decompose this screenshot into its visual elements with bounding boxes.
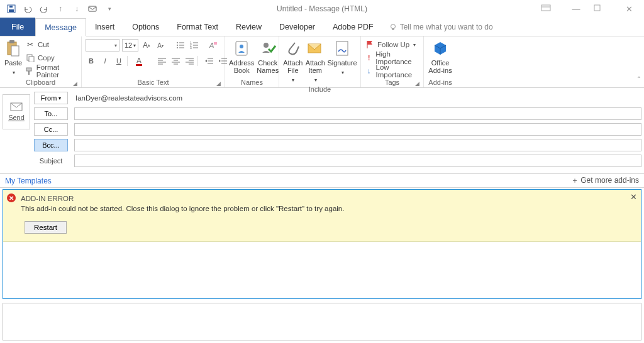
- decrease-indent-icon[interactable]: [204, 55, 215, 67]
- cc-button[interactable]: Cc...: [34, 123, 68, 136]
- high-importance-button[interactable]: !High Importance: [365, 52, 419, 63]
- redo-icon[interactable]: [38, 3, 50, 15]
- group-clipboard: Paste ✂Cut Copy Format Painter Clipboard…: [0, 36, 82, 87]
- get-more-addins-link[interactable]: ＋ Get more add-ins: [571, 175, 639, 186]
- cut-button[interactable]: ✂Cut: [25, 39, 77, 50]
- tab-adobe-pdf[interactable]: Adobe PDF: [324, 18, 382, 36]
- lightbulb-icon: [389, 23, 397, 31]
- undo-icon[interactable]: [21, 3, 34, 15]
- bcc-button[interactable]: Bcc...: [34, 139, 68, 151]
- to-button[interactable]: To...: [34, 107, 68, 120]
- group-label-basic-text: Basic Text◢: [86, 77, 221, 87]
- message-body[interactable]: [3, 303, 641, 340]
- svg-rect-29: [214, 42, 217, 45]
- dialog-launcher-icon[interactable]: ◢: [216, 80, 221, 87]
- align-right-icon[interactable]: [184, 55, 195, 67]
- quick-access-toolbar: ↑ ↓ ▾: [0, 3, 116, 15]
- save-icon[interactable]: [5, 3, 18, 15]
- svg-text:A: A: [209, 41, 214, 49]
- tab-options[interactable]: Options: [123, 18, 168, 36]
- dialog-launcher-icon[interactable]: ◢: [73, 80, 77, 87]
- group-label-tags: Tags◢: [365, 77, 419, 87]
- address-book-icon: [232, 39, 251, 58]
- tab-message[interactable]: Message: [35, 18, 86, 36]
- svg-point-20: [177, 47, 178, 48]
- maximize-icon[interactable]: [594, 4, 611, 14]
- up-arrow-icon[interactable]: ↑: [54, 3, 67, 15]
- collapse-ribbon-icon[interactable]: ˆ: [638, 76, 640, 85]
- subject-input[interactable]: [74, 155, 641, 167]
- addin-panel-body: [3, 242, 641, 298]
- ribbon-tabs: File Message Insert Options Format Text …: [0, 18, 644, 36]
- restart-button[interactable]: Restart: [25, 221, 67, 234]
- down-arrow-icon[interactable]: ↓: [70, 3, 83, 15]
- attach-file-button[interactable]: Attach File: [283, 38, 303, 84]
- check-names-icon: [258, 39, 277, 58]
- tab-review[interactable]: Review: [227, 18, 270, 36]
- check-names-button[interactable]: Check Names: [257, 38, 279, 74]
- font-name-combo[interactable]: ▾: [86, 39, 119, 52]
- svg-point-7: [391, 24, 395, 28]
- subject-label: Subject: [34, 157, 68, 165]
- svg-rect-10: [9, 40, 14, 43]
- cc-input[interactable]: [74, 123, 641, 136]
- svg-rect-6: [594, 5, 600, 11]
- svg-rect-13: [29, 57, 34, 62]
- follow-up-button[interactable]: Follow Up▾: [365, 39, 419, 50]
- bcc-input[interactable]: [74, 139, 641, 151]
- tab-file[interactable]: File: [0, 18, 35, 36]
- grow-font-icon[interactable]: A▴: [141, 40, 152, 51]
- error-icon: ✕: [7, 193, 16, 202]
- paste-icon: [4, 39, 23, 58]
- group-label-names: Names: [229, 77, 275, 87]
- underline-icon[interactable]: U: [113, 55, 125, 67]
- group-tags: Follow Up▾ !High Importance ↓Low Importa…: [361, 36, 424, 87]
- address-book-button[interactable]: Address Book: [229, 38, 254, 74]
- tab-developer[interactable]: Developer: [270, 18, 324, 36]
- bold-icon[interactable]: B: [86, 55, 97, 67]
- low-importance-icon: ↓: [365, 66, 374, 76]
- ribbon-display-icon[interactable]: [541, 4, 558, 14]
- high-importance-icon: !: [365, 53, 373, 63]
- my-templates-link[interactable]: My Templates: [5, 177, 52, 185]
- paste-button[interactable]: Paste: [4, 38, 23, 77]
- copy-button[interactable]: Copy: [25, 52, 77, 63]
- bullets-icon[interactable]: [175, 40, 186, 51]
- attach-file-icon: [284, 39, 303, 58]
- group-basic-text: ▾ 12▾ A▴ A▾ 123 A B I U A: [82, 36, 225, 87]
- tab-insert[interactable]: Insert: [86, 18, 123, 36]
- dialog-launcher-icon[interactable]: ◢: [415, 80, 419, 87]
- mail-icon[interactable]: [87, 3, 99, 15]
- italic-icon[interactable]: I: [99, 55, 111, 67]
- shrink-font-icon[interactable]: A▾: [155, 40, 166, 51]
- close-icon[interactable]: ✕: [620, 4, 638, 14]
- align-center-icon[interactable]: [170, 55, 181, 67]
- align-left-icon[interactable]: [156, 55, 167, 67]
- svg-rect-14: [26, 68, 31, 71]
- tab-format-text[interactable]: Format Text: [168, 18, 227, 36]
- error-title: ADD-IN ERROR: [21, 195, 635, 202]
- group-include: Attach File Attach Item Signature Includ…: [279, 36, 361, 87]
- attach-item-button[interactable]: Attach Item: [306, 38, 326, 84]
- from-button[interactable]: From▾: [34, 92, 68, 104]
- to-input[interactable]: [74, 107, 641, 120]
- office-addins-icon: [431, 39, 450, 58]
- send-button[interactable]: Send: [3, 94, 30, 129]
- font-size-combo[interactable]: 12▾: [122, 39, 138, 52]
- compose-header: Send From▾ IanDyer@realestateadvisors.co…: [0, 88, 644, 174]
- qat-customize-icon[interactable]: ▾: [103, 3, 116, 15]
- svg-rect-2: [9, 6, 13, 8]
- group-label-include: Include: [283, 84, 357, 94]
- svg-rect-52: [336, 41, 348, 55]
- tell-me-search[interactable]: Tell me what you want to do: [382, 18, 493, 36]
- signature-button[interactable]: Signature: [328, 38, 357, 77]
- clear-formatting-icon[interactable]: A: [208, 40, 219, 51]
- group-names: Address Book Check Names Names: [225, 36, 279, 87]
- low-importance-button[interactable]: ↓Low Importance: [365, 65, 419, 77]
- font-color-icon[interactable]: A: [133, 55, 145, 67]
- office-addins-button[interactable]: Office Add-ins: [428, 38, 453, 74]
- close-icon[interactable]: ✕: [630, 192, 637, 202]
- numbering-icon[interactable]: 123: [189, 40, 200, 51]
- format-painter-button[interactable]: Format Painter: [25, 65, 77, 77]
- minimize-icon[interactable]: —: [567, 4, 585, 14]
